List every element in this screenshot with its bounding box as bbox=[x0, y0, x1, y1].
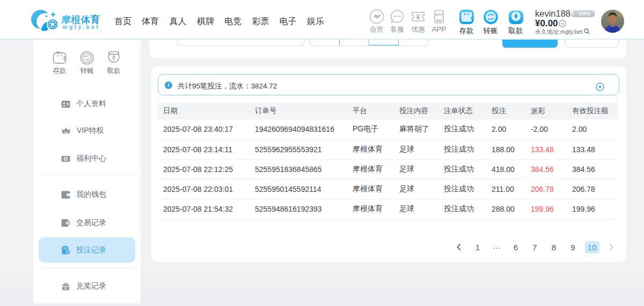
svg-text:APP: APP bbox=[435, 13, 443, 17]
